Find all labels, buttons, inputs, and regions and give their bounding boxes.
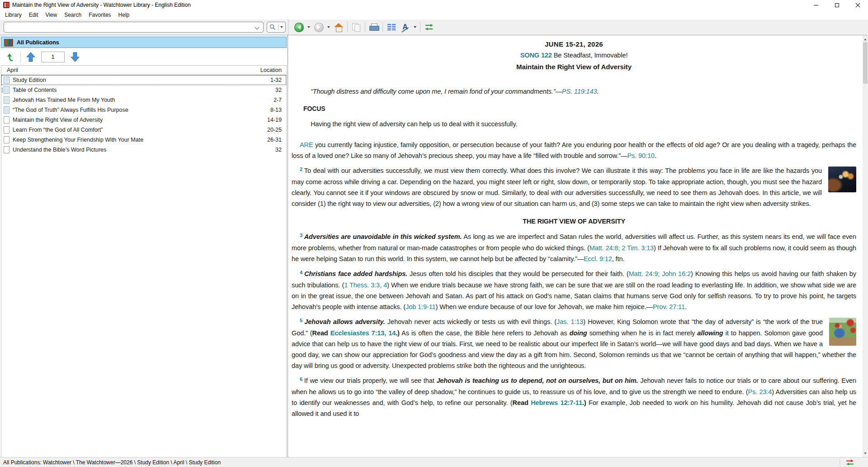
article-title: Maintain the Right View of Adversity [292,62,856,72]
parallel-translations-button[interactable] [422,21,436,33]
list-item[interactable]: Study Edition1-32 [1,75,286,85]
list-item-location: 8-13 [270,107,282,113]
forward-history-dropdown[interactable] [326,21,332,33]
list-item[interactable]: Understand the Bible’s Word Pictures32 [1,145,286,155]
menu-help[interactable]: Help [115,11,133,19]
window-controls [806,0,868,10]
minimize-icon [814,5,818,5]
books-icon [4,39,13,46]
document-icon [4,116,9,124]
text-run: Christians face added hardships. [304,270,407,277]
text-run: something when he is in fact merely [587,329,697,337]
article-paragraph: 6 If we view our trials properly, we wil… [292,375,856,419]
text-run: To deal with our adversities successfull… [292,167,822,207]
chevron-down-icon[interactable] [255,25,259,29]
scripture-link[interactable]: Matt. 24:9; John 16:2 [629,270,691,277]
list-item[interactable]: Learn From “the God of All Comfort”20-25 [1,125,286,135]
search-button[interactable] [267,22,286,33]
column-april[interactable]: April [7,67,18,73]
toolbar: A [0,19,868,35]
toolbar-divider [288,19,288,35]
title-bar: Maintain the Right View of Adversity - W… [0,0,868,10]
search-options-dropdown[interactable] [278,21,285,33]
scripture-link[interactable]: SONG 122 [520,52,552,59]
text-run: Read [513,399,531,406]
scripture-link[interactable]: Eccl. 9:12 [584,255,612,262]
list-item[interactable]: Table of Contents32 [1,85,286,95]
status-breadcrumb: All Publications: Watchtower \ The Watch… [3,459,221,466]
theme-scripture: “Though distress and difficulty come upo… [311,86,856,97]
vertical-scrollbar[interactable] [863,35,868,457]
search-combobox[interactable] [4,22,264,33]
copy-button[interactable] [349,21,363,33]
scrollbar-thumb[interactable] [863,42,868,84]
document-icon [4,146,9,153]
article-paragraph: ARE you currently facing injustice, fami… [292,139,856,161]
page-number-input[interactable] [41,52,65,62]
study-week-date: JUNE 15-21, 2026 [292,39,856,50]
document-icon [4,136,9,143]
figure-thumbnail-orchard[interactable] [829,318,856,346]
figure-thumbnail-car[interactable] [828,167,856,192]
menu-library[interactable]: Library [1,11,25,19]
forward-icon [314,23,324,32]
text-run: , ftn. [612,255,625,262]
text-run: . [597,88,599,95]
scroll-down-arrow[interactable] [863,451,868,457]
article-paragraph: 4 Christians face added hardships. Jesus… [292,268,856,312]
main-area: All Publications [0,35,868,457]
scripture-link[interactable]: Ecclesiastes 7:13, 14 [330,329,396,337]
menu-search[interactable]: Search [61,11,85,19]
menu-view[interactable]: View [42,11,61,19]
text-run: Be Steadfast, Immovable! [552,52,628,59]
text-run: Jehovah allows adversity. [304,318,385,325]
text-size-dropdown[interactable] [412,21,418,33]
scripture-link[interactable]: Matt. 24:8; 2 Tim. 3:13 [590,244,654,252]
document: JUNE 15-21, 2026 SONG 122 Be Steadfast, … [288,35,863,457]
back-history-dropdown[interactable] [306,21,312,33]
list-item-location: 32 [275,147,282,153]
search-input[interactable] [4,24,255,30]
list-item[interactable]: “The God of Truth” Always Fulfills His P… [1,105,286,115]
list-header[interactable]: April Location [1,66,286,75]
column-location[interactable]: Location [260,67,282,73]
scripture-link[interactable]: Hebrews 12:7-11 [531,399,582,406]
section-heading: THE RIGHT VIEW OF ADVERSITY [292,216,856,227]
text-run: .) [396,329,400,337]
print-button[interactable] [367,21,381,33]
up-level-button[interactable] [5,51,16,63]
list-item[interactable]: Keep Strengthening Your Friendship With … [1,135,286,145]
back-button[interactable] [292,21,306,33]
maximize-icon [835,3,839,7]
list-item[interactable]: Maintain the Right View of Adversity14-1… [1,115,286,125]
next-page-button[interactable] [69,51,81,63]
maximize-button[interactable] [826,0,847,10]
scripture-link[interactable]: Job 1:9-11 [406,303,435,310]
arrow-up-icon [26,52,35,62]
previous-page-button[interactable] [25,51,37,63]
list-item-label: Table of Contents [13,87,57,93]
scripture-link[interactable]: Ps. 23:4 [748,388,772,396]
document-icon [4,76,9,84]
display-columns-button[interactable] [385,21,398,33]
panel-header[interactable]: All Publications [1,37,287,48]
close-button[interactable] [847,0,868,10]
scripture-link[interactable]: PS. 119:143 [562,88,597,95]
scripture-link[interactable]: Jas. 1:13 [557,318,583,325]
window-title: Maintain the Right View of Adversity - W… [12,2,191,8]
list-item[interactable]: Jehovah Has Trained Me From My Youth2-7 [1,95,286,105]
menu-edit[interactable]: Edit [25,11,42,19]
navigation-panel: All Publications [0,35,288,457]
scripture-link[interactable]: Ps. 90:10 [627,152,654,159]
home-button[interactable] [332,21,345,33]
scroll-up-arrow[interactable] [863,35,868,42]
scripture-link[interactable]: Prov. 27:11 [653,303,685,310]
sync-arrows-icon [845,459,854,466]
text-size-button[interactable]: A [398,21,412,33]
minimize-button[interactable] [806,0,826,10]
search-icon [267,24,278,30]
menu-favorites[interactable]: Favorites [85,11,114,19]
forward-button[interactable] [312,21,326,33]
scripture-link[interactable]: 1 Thess. 3:3, 4 [344,281,387,289]
close-icon [855,3,860,8]
